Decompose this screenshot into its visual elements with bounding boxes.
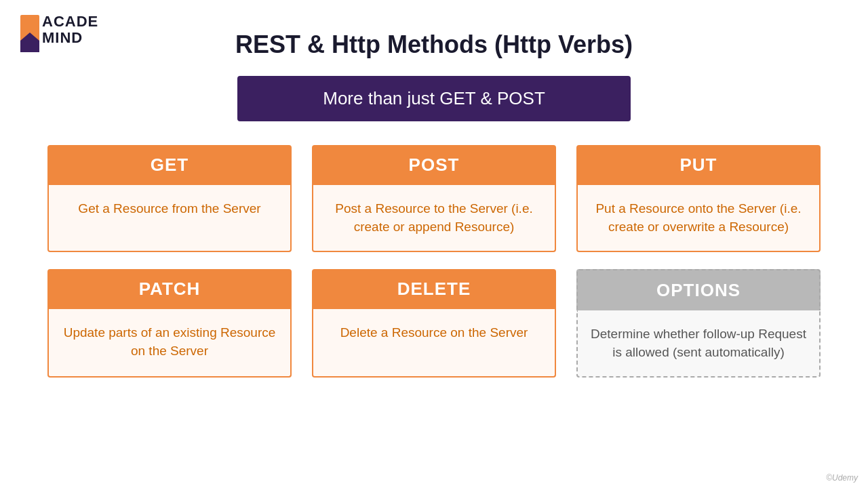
method-body-put: Put a Resource onto the Server (i.e. cre… xyxy=(576,185,821,252)
logo: ACADE MIND xyxy=(20,14,98,52)
method-header-put: PUT xyxy=(576,145,821,185)
method-header-post: POST xyxy=(312,145,556,185)
method-header-options: OPTIONS xyxy=(576,269,821,310)
logo-mind: MIND xyxy=(42,30,98,46)
method-card-options: OPTIONSDetermine whether follow-up Reque… xyxy=(576,269,821,378)
method-card-delete: DELETEDelete a Resource on the Server xyxy=(312,269,556,378)
method-card-get: GETGet a Resource from the Server xyxy=(47,145,292,252)
subtitle-banner: More than just GET & POST xyxy=(237,76,631,121)
watermark: ©Udemy xyxy=(826,473,858,483)
page: ACADE MIND REST & Http Methods (Http Ver… xyxy=(0,0,868,488)
method-header-patch: PATCH xyxy=(47,269,292,309)
page-title: REST & Http Methods (Http Verbs) xyxy=(41,27,827,59)
method-header-delete: DELETE xyxy=(312,269,556,309)
methods-grid: GETGet a Resource from the ServerPOSTPos… xyxy=(47,145,821,378)
method-card-put: PUTPut a Resource onto the Server (i.e. … xyxy=(576,145,821,252)
method-header-get: GET xyxy=(47,145,292,185)
logo-bookmark-icon xyxy=(20,15,39,52)
logo-acade: ACADE xyxy=(42,14,98,30)
method-body-options: Determine whether follow-up Request is a… xyxy=(576,310,821,378)
method-body-get: Get a Resource from the Server xyxy=(47,185,292,252)
method-card-post: POSTPost a Resource to the Server (i.e. … xyxy=(312,145,556,252)
method-body-patch: Update parts of an existing Resource on … xyxy=(47,309,292,378)
method-card-patch: PATCHUpdate parts of an existing Resourc… xyxy=(47,269,292,378)
method-body-post: Post a Resource to the Server (i.e. crea… xyxy=(312,185,556,252)
method-body-delete: Delete a Resource on the Server xyxy=(312,309,556,378)
logo-text: ACADE MIND xyxy=(42,14,98,46)
